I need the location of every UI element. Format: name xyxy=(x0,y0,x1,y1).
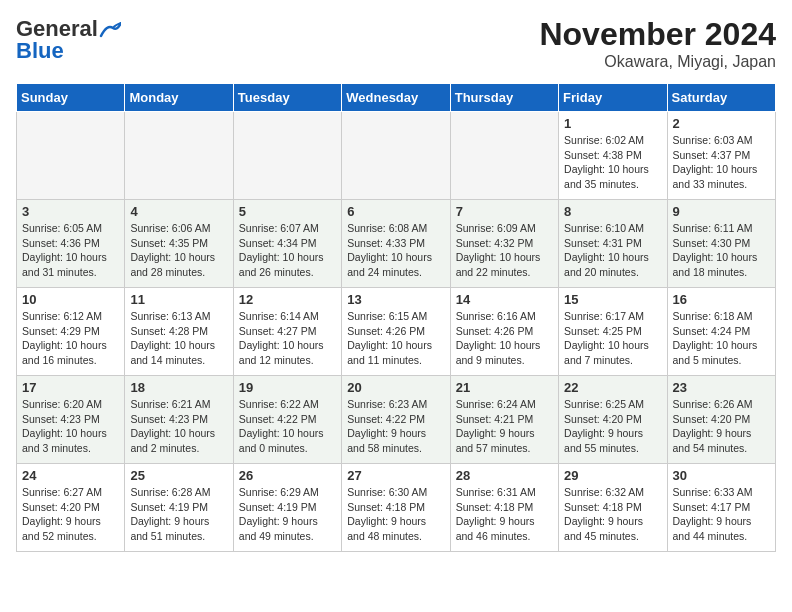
logo-bird-icon xyxy=(99,22,121,38)
day-number: 13 xyxy=(347,292,444,307)
day-number: 21 xyxy=(456,380,553,395)
day-detail: Sunrise: 6:28 AM Sunset: 4:19 PM Dayligh… xyxy=(130,485,227,544)
calendar-day-cell: 11Sunrise: 6:13 AM Sunset: 4:28 PM Dayli… xyxy=(125,288,233,376)
calendar-day-cell: 16Sunrise: 6:18 AM Sunset: 4:24 PM Dayli… xyxy=(667,288,775,376)
calendar-day-cell: 24Sunrise: 6:27 AM Sunset: 4:20 PM Dayli… xyxy=(17,464,125,552)
day-detail: Sunrise: 6:06 AM Sunset: 4:35 PM Dayligh… xyxy=(130,221,227,280)
day-detail: Sunrise: 6:09 AM Sunset: 4:32 PM Dayligh… xyxy=(456,221,553,280)
calendar-day-cell: 5Sunrise: 6:07 AM Sunset: 4:34 PM Daylig… xyxy=(233,200,341,288)
calendar-day-cell: 6Sunrise: 6:08 AM Sunset: 4:33 PM Daylig… xyxy=(342,200,450,288)
weekday-header: Wednesday xyxy=(342,84,450,112)
weekday-header: Saturday xyxy=(667,84,775,112)
day-detail: Sunrise: 6:21 AM Sunset: 4:23 PM Dayligh… xyxy=(130,397,227,456)
calendar-week-row: 24Sunrise: 6:27 AM Sunset: 4:20 PM Dayli… xyxy=(17,464,776,552)
weekday-header: Thursday xyxy=(450,84,558,112)
day-detail: Sunrise: 6:33 AM Sunset: 4:17 PM Dayligh… xyxy=(673,485,770,544)
day-number: 7 xyxy=(456,204,553,219)
calendar-day-cell: 27Sunrise: 6:30 AM Sunset: 4:18 PM Dayli… xyxy=(342,464,450,552)
day-number: 26 xyxy=(239,468,336,483)
calendar-day-cell: 22Sunrise: 6:25 AM Sunset: 4:20 PM Dayli… xyxy=(559,376,667,464)
calendar-day-cell: 14Sunrise: 6:16 AM Sunset: 4:26 PM Dayli… xyxy=(450,288,558,376)
day-number: 6 xyxy=(347,204,444,219)
calendar-day-cell xyxy=(342,112,450,200)
day-number: 9 xyxy=(673,204,770,219)
calendar-day-cell: 18Sunrise: 6:21 AM Sunset: 4:23 PM Dayli… xyxy=(125,376,233,464)
calendar-day-cell xyxy=(450,112,558,200)
day-number: 18 xyxy=(130,380,227,395)
day-detail: Sunrise: 6:15 AM Sunset: 4:26 PM Dayligh… xyxy=(347,309,444,368)
calendar-day-cell: 9Sunrise: 6:11 AM Sunset: 4:30 PM Daylig… xyxy=(667,200,775,288)
day-number: 24 xyxy=(22,468,119,483)
calendar-day-cell: 20Sunrise: 6:23 AM Sunset: 4:22 PM Dayli… xyxy=(342,376,450,464)
day-detail: Sunrise: 6:32 AM Sunset: 4:18 PM Dayligh… xyxy=(564,485,661,544)
day-detail: Sunrise: 6:02 AM Sunset: 4:38 PM Dayligh… xyxy=(564,133,661,192)
page-header: General Blue November 2024 Okawara, Miya… xyxy=(16,16,776,71)
day-detail: Sunrise: 6:29 AM Sunset: 4:19 PM Dayligh… xyxy=(239,485,336,544)
day-detail: Sunrise: 6:07 AM Sunset: 4:34 PM Dayligh… xyxy=(239,221,336,280)
day-detail: Sunrise: 6:13 AM Sunset: 4:28 PM Dayligh… xyxy=(130,309,227,368)
day-number: 4 xyxy=(130,204,227,219)
day-number: 29 xyxy=(564,468,661,483)
calendar-day-cell: 10Sunrise: 6:12 AM Sunset: 4:29 PM Dayli… xyxy=(17,288,125,376)
calendar-day-cell: 15Sunrise: 6:17 AM Sunset: 4:25 PM Dayli… xyxy=(559,288,667,376)
day-detail: Sunrise: 6:05 AM Sunset: 4:36 PM Dayligh… xyxy=(22,221,119,280)
day-number: 10 xyxy=(22,292,119,307)
day-detail: Sunrise: 6:03 AM Sunset: 4:37 PM Dayligh… xyxy=(673,133,770,192)
calendar-day-cell: 17Sunrise: 6:20 AM Sunset: 4:23 PM Dayli… xyxy=(17,376,125,464)
day-number: 22 xyxy=(564,380,661,395)
day-detail: Sunrise: 6:18 AM Sunset: 4:24 PM Dayligh… xyxy=(673,309,770,368)
calendar-day-cell xyxy=(125,112,233,200)
weekday-header: Friday xyxy=(559,84,667,112)
calendar-day-cell: 21Sunrise: 6:24 AM Sunset: 4:21 PM Dayli… xyxy=(450,376,558,464)
day-detail: Sunrise: 6:16 AM Sunset: 4:26 PM Dayligh… xyxy=(456,309,553,368)
day-number: 17 xyxy=(22,380,119,395)
calendar-day-cell: 4Sunrise: 6:06 AM Sunset: 4:35 PM Daylig… xyxy=(125,200,233,288)
month-title: November 2024 xyxy=(539,16,776,53)
weekday-header: Monday xyxy=(125,84,233,112)
calendar-day-cell: 1Sunrise: 6:02 AM Sunset: 4:38 PM Daylig… xyxy=(559,112,667,200)
weekday-header: Tuesday xyxy=(233,84,341,112)
calendar-header-row: SundayMondayTuesdayWednesdayThursdayFrid… xyxy=(17,84,776,112)
day-number: 3 xyxy=(22,204,119,219)
day-detail: Sunrise: 6:25 AM Sunset: 4:20 PM Dayligh… xyxy=(564,397,661,456)
calendar-table: SundayMondayTuesdayWednesdayThursdayFrid… xyxy=(16,83,776,552)
day-detail: Sunrise: 6:12 AM Sunset: 4:29 PM Dayligh… xyxy=(22,309,119,368)
day-number: 28 xyxy=(456,468,553,483)
title-block: November 2024 Okawara, Miyagi, Japan xyxy=(539,16,776,71)
day-number: 20 xyxy=(347,380,444,395)
day-number: 2 xyxy=(673,116,770,131)
location-text: Okawara, Miyagi, Japan xyxy=(539,53,776,71)
day-detail: Sunrise: 6:20 AM Sunset: 4:23 PM Dayligh… xyxy=(22,397,119,456)
day-number: 25 xyxy=(130,468,227,483)
calendar-day-cell: 23Sunrise: 6:26 AM Sunset: 4:20 PM Dayli… xyxy=(667,376,775,464)
day-number: 14 xyxy=(456,292,553,307)
day-detail: Sunrise: 6:08 AM Sunset: 4:33 PM Dayligh… xyxy=(347,221,444,280)
calendar-day-cell: 26Sunrise: 6:29 AM Sunset: 4:19 PM Dayli… xyxy=(233,464,341,552)
day-detail: Sunrise: 6:17 AM Sunset: 4:25 PM Dayligh… xyxy=(564,309,661,368)
logo: General Blue xyxy=(16,16,121,64)
day-number: 19 xyxy=(239,380,336,395)
day-detail: Sunrise: 6:26 AM Sunset: 4:20 PM Dayligh… xyxy=(673,397,770,456)
logo-blue-text: Blue xyxy=(16,38,64,64)
day-number: 5 xyxy=(239,204,336,219)
day-number: 15 xyxy=(564,292,661,307)
weekday-header: Sunday xyxy=(17,84,125,112)
calendar-week-row: 1Sunrise: 6:02 AM Sunset: 4:38 PM Daylig… xyxy=(17,112,776,200)
calendar-day-cell: 3Sunrise: 6:05 AM Sunset: 4:36 PM Daylig… xyxy=(17,200,125,288)
day-detail: Sunrise: 6:23 AM Sunset: 4:22 PM Dayligh… xyxy=(347,397,444,456)
day-detail: Sunrise: 6:27 AM Sunset: 4:20 PM Dayligh… xyxy=(22,485,119,544)
day-number: 30 xyxy=(673,468,770,483)
calendar-day-cell: 13Sunrise: 6:15 AM Sunset: 4:26 PM Dayli… xyxy=(342,288,450,376)
calendar-day-cell: 19Sunrise: 6:22 AM Sunset: 4:22 PM Dayli… xyxy=(233,376,341,464)
day-number: 11 xyxy=(130,292,227,307)
day-detail: Sunrise: 6:11 AM Sunset: 4:30 PM Dayligh… xyxy=(673,221,770,280)
calendar-week-row: 10Sunrise: 6:12 AM Sunset: 4:29 PM Dayli… xyxy=(17,288,776,376)
calendar-day-cell: 8Sunrise: 6:10 AM Sunset: 4:31 PM Daylig… xyxy=(559,200,667,288)
day-number: 23 xyxy=(673,380,770,395)
day-number: 12 xyxy=(239,292,336,307)
day-number: 1 xyxy=(564,116,661,131)
calendar-day-cell: 7Sunrise: 6:09 AM Sunset: 4:32 PM Daylig… xyxy=(450,200,558,288)
day-detail: Sunrise: 6:31 AM Sunset: 4:18 PM Dayligh… xyxy=(456,485,553,544)
calendar-week-row: 17Sunrise: 6:20 AM Sunset: 4:23 PM Dayli… xyxy=(17,376,776,464)
calendar-day-cell: 28Sunrise: 6:31 AM Sunset: 4:18 PM Dayli… xyxy=(450,464,558,552)
